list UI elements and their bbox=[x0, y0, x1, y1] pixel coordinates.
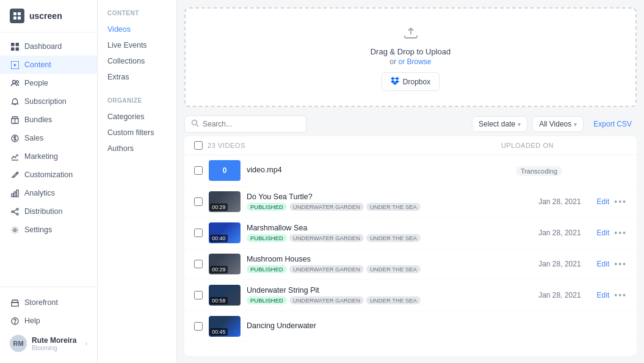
table-row: 00:29 Mushroom Houses PUBLISHED UNDERWAT… bbox=[184, 249, 637, 280]
svg-rect-6 bbox=[11, 47, 15, 51]
user-profile-item[interactable]: RM Rute Moreira Blooming › bbox=[0, 330, 97, 357]
uploaded-on-header: UPLOADED ON bbox=[501, 142, 554, 149]
more-options-button[interactable]: ••• bbox=[614, 290, 627, 300]
more-options-button[interactable]: ••• bbox=[614, 197, 627, 207]
video-date: Jan 28, 2021 bbox=[532, 197, 581, 206]
video-thumb: 0 bbox=[209, 160, 241, 181]
store-icon bbox=[10, 298, 20, 307]
tag-published: PUBLISHED bbox=[247, 203, 287, 211]
svg-rect-16 bbox=[16, 190, 18, 197]
video-actions: Edit ••• bbox=[597, 228, 627, 238]
video-checkbox[interactable] bbox=[194, 229, 203, 237]
menu-item-collections[interactable]: Collections bbox=[98, 53, 176, 69]
sidebar-item-content[interactable]: Content bbox=[0, 56, 97, 74]
video-checkbox[interactable] bbox=[194, 166, 203, 175]
user-company: Blooming bbox=[32, 345, 81, 351]
select-all-checkbox[interactable] bbox=[194, 141, 203, 150]
video-duration: 00:29 bbox=[210, 204, 228, 211]
menu-item-categories[interactable]: Categories bbox=[98, 109, 176, 125]
menu-item-custom-filters[interactable]: Custom filters bbox=[98, 125, 176, 141]
sidebar-item-customization[interactable]: Customization bbox=[0, 166, 97, 184]
svg-point-23 bbox=[15, 323, 15, 323]
video-actions: Edit ••• bbox=[597, 197, 627, 207]
dollar-icon bbox=[10, 133, 20, 143]
sidebar-item-help[interactable]: Help bbox=[0, 312, 97, 330]
edit-button[interactable]: Edit bbox=[597, 229, 610, 237]
chevron-icon: › bbox=[85, 340, 87, 347]
menu-section-content: CONTENT Videos Live Events Collections E… bbox=[98, 10, 176, 85]
video-info: Mushroom Houses PUBLISHED UNDERWATER GAR… bbox=[247, 255, 526, 273]
sidebar-item-marketing[interactable]: Marketing bbox=[0, 147, 97, 166]
video-date: Jan 28, 2021 bbox=[532, 291, 581, 299]
sidebar-item-analytics[interactable]: Analytics bbox=[0, 184, 97, 202]
logo-icon bbox=[10, 9, 24, 23]
svg-rect-1 bbox=[18, 12, 21, 15]
video-thumb: 00:58 bbox=[209, 285, 241, 306]
select-date-dropdown[interactable]: Select date ▾ bbox=[472, 116, 527, 132]
sidebar-item-storefront[interactable]: Storefront bbox=[0, 293, 97, 312]
more-options-button[interactable]: ••• bbox=[614, 228, 627, 238]
all-videos-dropdown[interactable]: All Videos ▾ bbox=[532, 116, 584, 132]
video-checkbox[interactable] bbox=[194, 291, 203, 299]
bar-chart-icon bbox=[10, 188, 20, 198]
menu-item-extras[interactable]: Extras bbox=[98, 69, 176, 85]
tag-category: UNDERWATER GARDEN bbox=[289, 296, 364, 304]
sidebar-item-people[interactable]: People bbox=[0, 74, 97, 92]
upload-area[interactable]: Drag & Drop to Upload or or Browse Dropb… bbox=[184, 7, 637, 107]
video-checkbox[interactable] bbox=[194, 197, 203, 206]
menu-item-authors[interactable]: Authors bbox=[98, 141, 176, 156]
export-csv-button[interactable]: Export CSV bbox=[588, 117, 637, 131]
table-row: 00:29 Do You Sea Turtle? PUBLISHED UNDER… bbox=[184, 186, 637, 218]
search-input[interactable] bbox=[203, 120, 300, 128]
sidebar-item-label: Help bbox=[24, 317, 40, 325]
video-title: Do You Sea Turtle? bbox=[247, 193, 526, 201]
table-row: 00:58 Underwater String Pit PUBLISHED UN… bbox=[184, 280, 637, 311]
upload-browse-text: or or Browse bbox=[389, 57, 431, 66]
video-checkbox[interactable] bbox=[194, 322, 203, 331]
play-icon bbox=[10, 60, 20, 70]
sidebar: uscreen Dashboard Content People Subscri… bbox=[0, 0, 98, 363]
tag-published: PUBLISHED bbox=[247, 265, 287, 273]
more-options-button[interactable]: ••• bbox=[614, 259, 627, 269]
menu-item-videos[interactable]: Videos bbox=[98, 21, 176, 37]
svg-rect-3 bbox=[18, 16, 21, 20]
svg-marker-9 bbox=[14, 64, 16, 67]
sidebar-item-settings[interactable]: Settings bbox=[0, 221, 97, 239]
edit-button[interactable]: Edit bbox=[597, 260, 610, 268]
video-duration: 00:29 bbox=[210, 266, 228, 273]
video-thumb: 00:40 bbox=[209, 222, 241, 243]
dropbox-button[interactable]: Dropbox bbox=[382, 72, 440, 91]
search-box[interactable] bbox=[184, 116, 306, 133]
avatar: RM bbox=[10, 335, 27, 352]
video-info: video.mp4 bbox=[247, 166, 510, 176]
edit-button[interactable]: Edit bbox=[597, 291, 610, 299]
logo-area: uscreen bbox=[0, 0, 97, 32]
content-submenu: CONTENT Videos Live Events Collections E… bbox=[98, 0, 177, 363]
upload-title: Drag & Drop to Upload bbox=[371, 47, 451, 56]
video-date: Jan 28, 2021 bbox=[532, 260, 581, 268]
sidebar-item-label: Content bbox=[24, 61, 51, 69]
svg-point-18 bbox=[16, 213, 18, 215]
svg-rect-21 bbox=[12, 302, 18, 306]
sidebar-item-dashboard[interactable]: Dashboard bbox=[0, 37, 97, 56]
sidebar-bottom: Storefront Help RM Rute Moreira Blooming… bbox=[0, 287, 97, 363]
browse-link[interactable]: or Browse bbox=[398, 57, 431, 66]
video-title: Marshmallow Sea bbox=[247, 224, 526, 232]
sidebar-item-label: Storefront bbox=[24, 298, 58, 307]
users-icon bbox=[10, 78, 20, 88]
sidebar-item-label: Customization bbox=[24, 170, 73, 179]
select-date-label: Select date bbox=[479, 120, 515, 128]
dropbox-label: Dropbox bbox=[403, 78, 430, 86]
logo-text: uscreen bbox=[29, 11, 62, 21]
menu-item-live-events[interactable]: Live Events bbox=[98, 37, 176, 53]
sidebar-item-sales[interactable]: Sales bbox=[0, 129, 97, 147]
sidebar-item-distribution[interactable]: Distribution bbox=[0, 202, 97, 221]
edit-button[interactable]: Edit bbox=[597, 197, 610, 206]
sidebar-item-bundles[interactable]: Bundles bbox=[0, 111, 97, 129]
video-thumb: 00:45 bbox=[209, 316, 241, 337]
video-title: Underwater String Pit bbox=[247, 286, 526, 295]
sidebar-item-subscription[interactable]: Subscription bbox=[0, 92, 97, 111]
bell-icon bbox=[10, 97, 20, 106]
video-checkbox[interactable] bbox=[194, 260, 203, 268]
upload-icon bbox=[402, 23, 419, 42]
